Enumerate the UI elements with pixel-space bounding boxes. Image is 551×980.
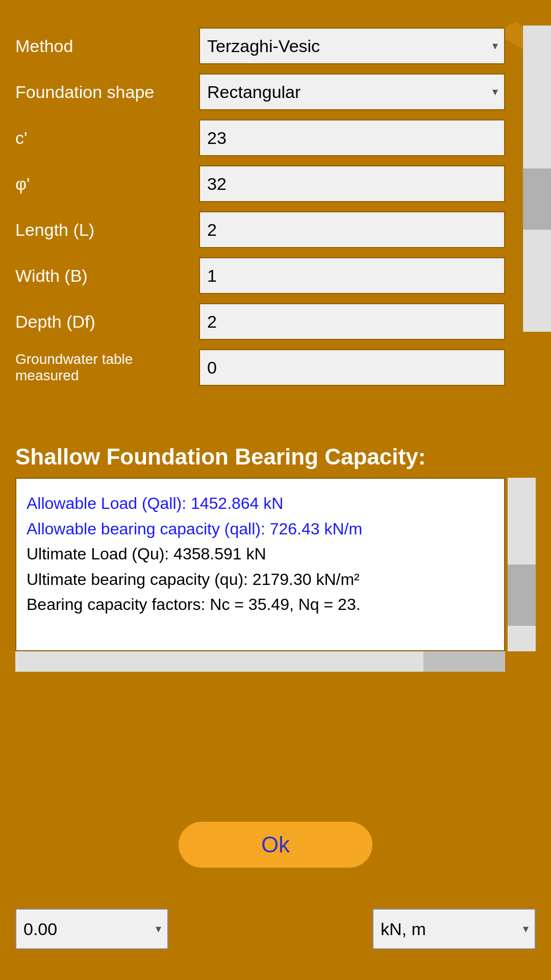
ok-button[interactable]: Ok: [179, 822, 372, 868]
foundation-shape-select-wrapper: Rectangular Square Circular Strip ▾: [199, 74, 505, 110]
method-row: Method Terzaghi-Vesic Meyerhof Hansen Ve…: [15, 26, 536, 66]
bottom-bar: 0.00 1.00 2.00 ▾ kN, m kN, cm kip, ft ▾: [0, 909, 551, 949]
friction-angle-label: φ': [15, 174, 199, 194]
result-line-5: Bearing capacity factors: Nc = 35.49, Nq…: [27, 592, 494, 618]
method-select[interactable]: Terzaghi-Vesic Meyerhof Hansen Vesic: [199, 28, 505, 64]
results-scrollbar[interactable]: [508, 478, 536, 651]
depth-label: Depth (Df): [15, 312, 199, 332]
cohesion-input-wrapper: [199, 119, 505, 156]
width-input-wrapper: [199, 257, 505, 294]
groundwater-input[interactable]: [199, 349, 505, 386]
friction-angle-row: φ': [15, 163, 536, 204]
depth-input-wrapper: [199, 303, 505, 340]
depth-input[interactable]: [199, 303, 505, 340]
results-section: Shallow Foundation Bearing Capacity: All…: [15, 444, 536, 672]
form-container: Method Terzaghi-Vesic Meyerhof Hansen Ve…: [0, 26, 551, 393]
bottom-left-select-wrapper: 0.00 1.00 2.00 ▾: [15, 909, 168, 949]
cohesion-row: c': [15, 117, 536, 158]
length-input[interactable]: [199, 211, 505, 248]
width-label: Width (B): [15, 266, 199, 286]
length-label: Length (L): [15, 220, 199, 240]
length-row: Length (L): [15, 209, 536, 250]
bottom-left-select[interactable]: 0.00 1.00 2.00: [15, 909, 168, 949]
results-hscrollbar[interactable]: [15, 651, 505, 672]
cohesion-label: c': [15, 128, 199, 148]
width-row: Width (B): [15, 255, 536, 296]
length-input-wrapper: [199, 211, 505, 248]
method-label: Method: [15, 36, 199, 56]
method-select-wrapper: Terzaghi-Vesic Meyerhof Hansen Vesic ▾: [199, 28, 505, 64]
results-box-wrapper: Allowable Load (Qall): 1452.864 kN Allow…: [15, 478, 536, 672]
cohesion-input[interactable]: [199, 119, 505, 156]
results-hscrollbar-thumb[interactable]: [423, 651, 505, 672]
width-input[interactable]: [199, 257, 505, 294]
groundwater-input-wrapper: [199, 349, 505, 386]
result-line-1: Allowable Load (Qall): 1452.864 kN: [27, 491, 494, 517]
result-line-2: Allowable bearing capacity (qall): 726.4…: [27, 517, 494, 542]
foundation-shape-select[interactable]: Rectangular Square Circular Strip: [199, 74, 505, 110]
foundation-shape-row: Foundation shape Rectangular Square Circ…: [15, 71, 536, 112]
friction-angle-input-wrapper: [199, 165, 505, 202]
groundwater-label: Groundwater table measured: [15, 351, 199, 384]
result-line-3: Ultimate Load (Qu): 4358.591 kN: [27, 542, 494, 567]
results-box: Allowable Load (Qall): 1452.864 kN Allow…: [15, 478, 505, 651]
results-title: Shallow Foundation Bearing Capacity:: [15, 444, 536, 470]
result-line-4: Ultimate bearing capacity (qu): 2179.30 …: [27, 567, 494, 593]
bottom-right-select-wrapper: kN, m kN, cm kip, ft ▾: [372, 909, 536, 949]
friction-angle-input[interactable]: [199, 165, 505, 202]
bottom-right-select[interactable]: kN, m kN, cm kip, ft: [372, 909, 536, 949]
groundwater-row: Groundwater table measured: [15, 347, 536, 388]
results-scrollbar-thumb[interactable]: [508, 565, 536, 626]
depth-row: Depth (Df): [15, 301, 536, 342]
foundation-shape-label: Foundation shape: [15, 82, 199, 102]
